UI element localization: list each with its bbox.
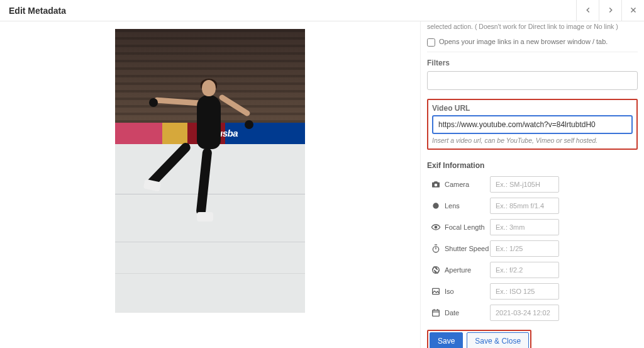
open-new-window-label: Opens your image links in a new browser … — [439, 38, 608, 45]
stopwatch-icon — [427, 244, 445, 254]
svg-point-2 — [433, 203, 438, 209]
exif-row-aperture: Aperture — [427, 262, 638, 278]
exif-input-focal[interactable] — [490, 219, 559, 235]
exif-row-shutter: Shutter Speed — [427, 240, 638, 257]
exif-label: Shutter Speed — [445, 245, 490, 253]
metadata-panel: selected action. ( Doesn't work for Dire… — [420, 21, 644, 348]
image-preview: usba — [115, 29, 305, 313]
lens-icon — [427, 201, 445, 211]
modal-title: Edit Metadata — [9, 6, 66, 16]
next-button[interactable] — [599, 0, 621, 21]
exif-label: Camera — [445, 181, 490, 189]
svg-point-3 — [435, 227, 436, 228]
exif-input-aperture[interactable] — [490, 262, 559, 278]
exif-label: Focal Length — [445, 223, 490, 232]
video-url-input[interactable] — [432, 115, 633, 134]
exif-label: Aperture — [445, 266, 490, 274]
exif-label: Iso — [445, 288, 490, 296]
exif-input-lens[interactable] — [490, 198, 559, 214]
close-button[interactable] — [621, 0, 644, 21]
exif-row-date: Date — [427, 305, 638, 321]
video-url-help: Insert a video url, can be YouTube, Vime… — [432, 137, 633, 145]
filters-input[interactable] — [427, 71, 638, 90]
aperture-icon — [427, 265, 445, 275]
camera-icon — [427, 179, 445, 189]
close-icon — [629, 6, 638, 16]
image-icon — [427, 286, 445, 296]
video-url-label: Video URL — [432, 104, 633, 113]
divider — [427, 52, 638, 52]
exif-label: Lens — [445, 202, 490, 210]
svg-rect-8 — [433, 289, 440, 295]
save-button[interactable]: Save — [430, 332, 463, 348]
calendar-icon — [427, 308, 445, 318]
exif-input-shutter[interactable] — [490, 240, 559, 257]
exif-input-camera[interactable] — [490, 176, 559, 193]
nav-buttons — [576, 0, 644, 21]
exif-row-focal: Focal Length — [427, 219, 638, 235]
open-new-window-checkbox[interactable] — [427, 38, 435, 47]
action-buttons: Save Save & Close — [427, 330, 531, 348]
eye-icon — [427, 222, 445, 232]
svg-rect-9 — [433, 310, 440, 316]
link-help-text: selected action. ( Doesn't work for Dire… — [427, 23, 638, 31]
chevron-left-icon — [584, 6, 592, 16]
prev-button[interactable] — [576, 0, 599, 21]
exif-row-camera: Camera — [427, 176, 638, 193]
modal-header: Edit Metadata — [0, 0, 644, 21]
filters-title: Filters — [427, 59, 638, 67]
exif-label: Date — [445, 309, 490, 317]
exif-row-iso: Iso — [427, 283, 638, 300]
image-preview-column: usba — [0, 21, 420, 348]
exif-title: Exif Information — [427, 161, 638, 170]
save-close-button[interactable]: Save & Close — [467, 332, 529, 348]
exif-input-date[interactable] — [490, 305, 559, 321]
exif-input-iso[interactable] — [490, 283, 559, 300]
exif-row-lens: Lens — [427, 198, 638, 214]
video-url-section: Video URL Insert a video url, can be You… — [427, 99, 638, 150]
chevron-right-icon — [606, 6, 615, 16]
